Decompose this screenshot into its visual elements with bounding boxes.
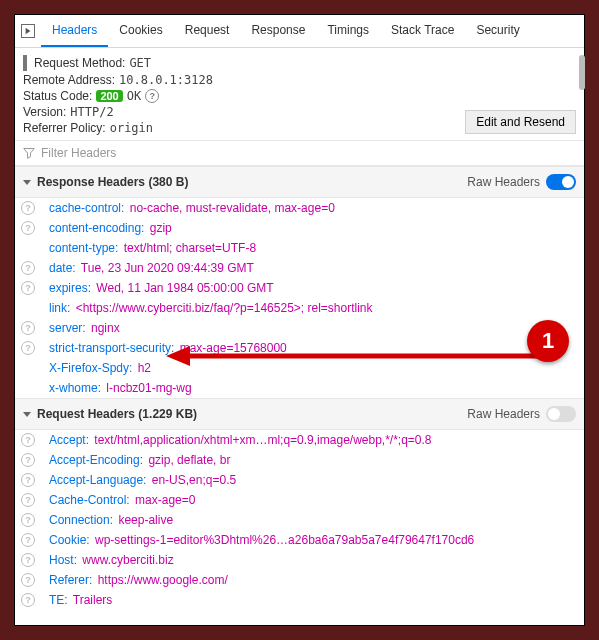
header-value: h2 (134, 361, 151, 375)
header-row: ?content-encoding: gzip (15, 218, 584, 238)
header-row: ?Connection: keep-alive (15, 510, 584, 530)
header-value: max-age=0 (132, 493, 196, 507)
header-value: wp-settings-1=editor%3Dhtml%26…a26ba6a79… (92, 533, 475, 547)
devtools-panel: Headers Cookies Request Response Timings… (14, 14, 585, 626)
header-name: Connection: (49, 513, 113, 527)
tab-request[interactable]: Request (174, 15, 241, 47)
header-row: ?server: nginx (15, 318, 584, 338)
raw-headers-toggle-response[interactable] (546, 174, 576, 190)
help-icon[interactable]: ? (21, 493, 35, 507)
header-name: Referer: (49, 573, 92, 587)
request-section-title: Request Headers (1.229 KB) (37, 407, 467, 421)
help-icon[interactable]: ? (21, 261, 35, 275)
raw-headers-label: Raw Headers (467, 407, 540, 421)
toggle-pane-icon[interactable] (21, 24, 35, 38)
header-row: content-type: text/html; charset=UTF-8 (15, 238, 584, 258)
tab-stack-trace[interactable]: Stack Trace (380, 15, 465, 47)
referrer-value: origin (110, 121, 153, 135)
edit-resend-button[interactable]: Edit and Resend (465, 110, 576, 134)
header-name: strict-transport-security: (49, 341, 174, 355)
header-name: link: (49, 301, 70, 315)
remote-value: 10.8.0.1:3128 (119, 73, 213, 87)
header-value: keep-alive (115, 513, 173, 527)
header-value: text/html; charset=UTF-8 (120, 241, 256, 255)
header-name: x-whome: (49, 381, 101, 395)
header-row: ?TE: Trailers (15, 590, 584, 610)
raw-headers-toggle-request[interactable] (546, 406, 576, 422)
help-icon[interactable]: ? (21, 453, 35, 467)
response-headers-section[interactable]: Response Headers (380 B) Raw Headers (15, 166, 584, 198)
help-icon[interactable]: ? (21, 513, 35, 527)
help-icon[interactable]: ? (21, 341, 35, 355)
help-icon[interactable]: ? (21, 433, 35, 447)
header-name: Accept-Language: (49, 473, 146, 487)
header-row: ?Cookie: wp-settings-1=editor%3Dhtml%26…… (15, 530, 584, 550)
help-icon[interactable]: ? (21, 533, 35, 547)
help-icon[interactable]: ? (21, 281, 35, 295)
header-value: https://www.google.com/ (94, 573, 227, 587)
tab-response[interactable]: Response (240, 15, 316, 47)
remote-label: Remote Address: (23, 73, 115, 87)
header-value: nginx (88, 321, 120, 335)
help-icon (21, 301, 35, 315)
response-section-title: Response Headers (380 B) (37, 175, 467, 189)
chevron-down-icon (23, 180, 31, 185)
header-row: x-whome: l-ncbz01-mg-wg (15, 378, 584, 398)
tab-cookies[interactable]: Cookies (108, 15, 173, 47)
header-name: date: (49, 261, 76, 275)
header-name: expires: (49, 281, 91, 295)
header-value: text/html,application/xhtml+xm…ml;q=0.9,… (91, 433, 432, 447)
header-row: X-Firefox-Spdy: h2 (15, 358, 584, 378)
header-value: <https://www.cyberciti.biz/faq/?p=146525… (72, 301, 372, 315)
help-icon[interactable]: ? (21, 321, 35, 335)
help-icon[interactable]: ? (21, 553, 35, 567)
help-icon (21, 381, 35, 395)
request-headers-section[interactable]: Request Headers (1.229 KB) Raw Headers (15, 398, 584, 430)
header-name: Accept: (49, 433, 89, 447)
header-name: Accept-Encoding: (49, 453, 143, 467)
chevron-down-icon (23, 412, 31, 417)
header-row: ?Accept: text/html,application/xhtml+xm…… (15, 430, 584, 450)
block-marker-icon (23, 55, 27, 71)
header-value: no-cache, must-revalidate, max-age=0 (126, 201, 334, 215)
svg-marker-0 (26, 28, 31, 34)
header-row: ?Host: www.cyberciti.biz (15, 550, 584, 570)
help-icon[interactable]: ? (21, 473, 35, 487)
method-label: Request Method: (34, 56, 125, 70)
help-icon[interactable]: ? (21, 221, 35, 235)
header-name: Cookie: (49, 533, 90, 547)
header-value: Tue, 23 Jun 2020 09:44:39 GMT (78, 261, 254, 275)
status-text: OK (127, 89, 141, 103)
header-name: TE: (49, 593, 68, 607)
header-name: Cache-Control: (49, 493, 130, 507)
version-label: Version: (23, 105, 66, 119)
header-row: ?cache-control: no-cache, must-revalidat… (15, 198, 584, 218)
response-headers-list: ?cache-control: no-cache, must-revalidat… (15, 198, 584, 398)
callout-badge: 1 (527, 320, 569, 362)
help-icon[interactable]: ? (21, 201, 35, 215)
header-value: l-ncbz01-mg-wg (103, 381, 192, 395)
help-icon (21, 361, 35, 375)
header-value: Wed, 11 Jan 1984 05:00:00 GMT (93, 281, 274, 295)
header-value: Trailers (70, 593, 113, 607)
filter-headers-input[interactable]: Filter Headers (15, 141, 584, 166)
header-value: gzip, deflate, br (145, 453, 230, 467)
header-value: gzip (146, 221, 171, 235)
header-name: Host: (49, 553, 77, 567)
header-row: ?strict-transport-security: max-age=1576… (15, 338, 584, 358)
scrollbar-thumb[interactable] (579, 55, 585, 90)
header-row: ?Referer: https://www.google.com/ (15, 570, 584, 590)
tab-security[interactable]: Security (465, 15, 530, 47)
tab-bar: Headers Cookies Request Response Timings… (15, 15, 584, 48)
help-icon[interactable]: ? (21, 593, 35, 607)
tab-timings[interactable]: Timings (316, 15, 380, 47)
header-row: ?Accept-Encoding: gzip, deflate, br (15, 450, 584, 470)
help-icon[interactable]: ? (145, 89, 159, 103)
header-name: content-encoding: (49, 221, 144, 235)
header-value: www.cyberciti.biz (79, 553, 174, 567)
header-row: ?date: Tue, 23 Jun 2020 09:44:39 GMT (15, 258, 584, 278)
tab-headers[interactable]: Headers (41, 15, 108, 47)
status-label: Status Code: (23, 89, 92, 103)
help-icon[interactable]: ? (21, 573, 35, 587)
header-value: en-US,en;q=0.5 (148, 473, 236, 487)
